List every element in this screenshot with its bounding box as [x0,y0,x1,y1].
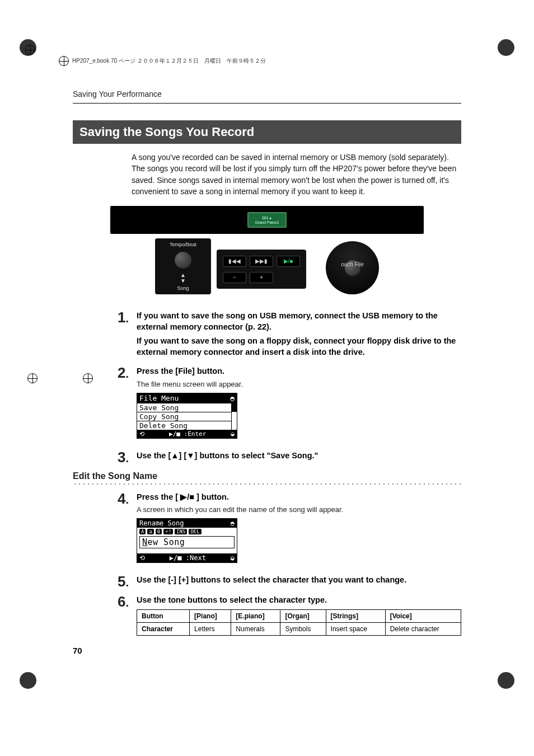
registration-mark-icon [27,373,38,383]
page-number: 70 [73,646,82,655]
step-4: 4. Press the [ ▶/■ ] button. A screen in… [112,491,461,569]
step-number: 1. [112,310,129,360]
up-arrow-icon: ◓ [231,519,235,527]
table-header: [E.piano] [231,609,280,622]
table-header: [Organ] [280,609,326,622]
screen-title: Rename Song [139,519,184,527]
table-header: [Voice] [385,609,461,622]
step-number: 2. [112,365,129,444]
char-type-chips: A a 0 ☼! INS DEL [139,529,235,534]
prev-track-icon: ▮◀◀ [223,256,246,267]
transport-controls: ▮◀◀ ▶▶▮ ▶/■ − + [217,250,306,289]
step-lead: If you want to save the song on a floppy… [137,335,461,358]
tempo-beat-control: Tempo/Beat ▲▼ Song [155,238,211,294]
step-5: 5. Use the [-] [+] buttons to select the… [112,574,461,589]
song-name-field: New Song [139,536,235,548]
chip: INS [175,529,187,534]
table-cell: Insert space [326,622,385,635]
step-lead: Use the [-] [+] buttons to select the ch… [137,574,461,585]
table-cell: Symbols [280,622,326,635]
screen-title: File Menu [139,394,179,402]
up-arrow-icon: ◓ [230,394,235,402]
step-subtext: A screen in which you can edit the name … [137,505,461,515]
step-lead: Press the [File] button. [137,365,461,377]
step-3: 3. Use the [▲] [▼] buttons to select "Sa… [112,450,461,464]
tempo-label: Tempo/Beat [170,242,196,247]
chip: a [147,529,153,534]
crop-circle-br [498,672,514,689]
subheading-edit-song-name: Edit the Song Name [73,471,461,481]
lcd-line: 001 ▸ [249,216,285,220]
menu-item: Copy Song [137,412,231,421]
step-6: 6. Use the tone buttons to select the ch… [112,594,461,635]
file-button-zoom: ouch File [326,241,379,294]
section-heading: Saving the Songs You Record [73,120,461,144]
table-cell: Character [137,622,190,635]
running-head: Saving Your Performance [73,90,461,104]
up-down-arrows-icon: ▲▼ [180,273,186,284]
registration-mark-icon [59,56,69,66]
minus-button-icon: − [223,272,246,283]
down-arrow-icon: ◒ [231,554,235,562]
step-2: 2. Press the [File] button. The file men… [112,365,461,444]
table-cell: Delete character [385,622,461,635]
lcd-line: Grand Piano1 [249,220,285,224]
menu-item: Save Song [137,403,231,412]
chip: A [139,529,146,534]
step-number: 3. [112,450,129,464]
menu-item: Delete Song [137,421,231,430]
print-header: HP207_e.book 70 ページ ２００６年１２月２５日 月曜日 午前９時… [59,56,461,66]
song-label: Song [177,285,189,291]
screen-footer: ▶/■ :Next [170,554,206,562]
crop-circle-bl [20,672,36,689]
next-track-icon: ▶▶▮ [250,256,273,267]
panel-lcd: 001 ▸ Grand Piano1 [247,212,287,228]
dotted-rule [73,482,461,486]
table-cell: Letters [190,622,231,635]
plus-button-icon: + [250,272,273,283]
table-cell: Numerals [231,622,280,635]
step-number: 4. [112,491,129,569]
down-arrow-icon: ◒ [231,430,235,438]
step-lead: Press the [ ▶/■ ] button. [137,491,461,503]
table-header: [Piano] [190,609,231,622]
chip: DEL [189,529,201,534]
screen-footer: ▶/■ :Enter [169,430,206,438]
control-panel-overview: 001 ▸ Grand Piano1 [110,206,424,234]
table-row: Button [Piano] [E.piano] [Organ] [String… [137,609,461,622]
character-type-table: Button [Piano] [E.piano] [Organ] [String… [137,609,461,636]
back-icon: ⟲ [139,430,144,438]
print-header-text: HP207_e.book 70 ページ ２００６年１２月２５日 月曜日 午前９時… [72,57,266,65]
step-subtext: The file menu screen will appear. [137,379,461,389]
chip: 0 [156,529,162,534]
chip: ☼! [163,529,173,534]
step-1: 1. If you want to save the song on USB m… [112,310,461,360]
play-stop-icon: ▶/■ [277,256,300,267]
step-lead: Use the [▲] [▼] buttons to select "Save … [137,450,461,461]
step-number: 6. [112,594,129,635]
table-header: [Strings] [326,609,385,622]
panel-zoom-area: Tempo/Beat ▲▼ Song ▮◀◀ ▶▶▮ ▶/■ − + ouch … [155,238,379,300]
crop-circle-tr [498,39,514,56]
table-header: Button [137,609,190,622]
intro-paragraph: A song you've recorded can be saved in i… [132,152,461,197]
rename-song-screenshot: Rename Song ◓ A a 0 ☼! INS DEL New Song [137,518,237,563]
registration-mark-icon [25,45,35,55]
back-icon: ⟲ [139,554,145,562]
file-label: ouch File [341,261,364,267]
step-number: 5. [112,574,129,589]
tempo-knob-icon [175,252,191,269]
step-lead: If you want to save the song on USB memo… [137,310,461,333]
step-lead: Use the tone buttons to select the chara… [137,594,461,605]
file-menu-screenshot: File Menu ◓ Save Song Copy Song Delete S… [137,393,237,439]
table-row: Character Letters Numerals Symbols Inser… [137,622,461,635]
